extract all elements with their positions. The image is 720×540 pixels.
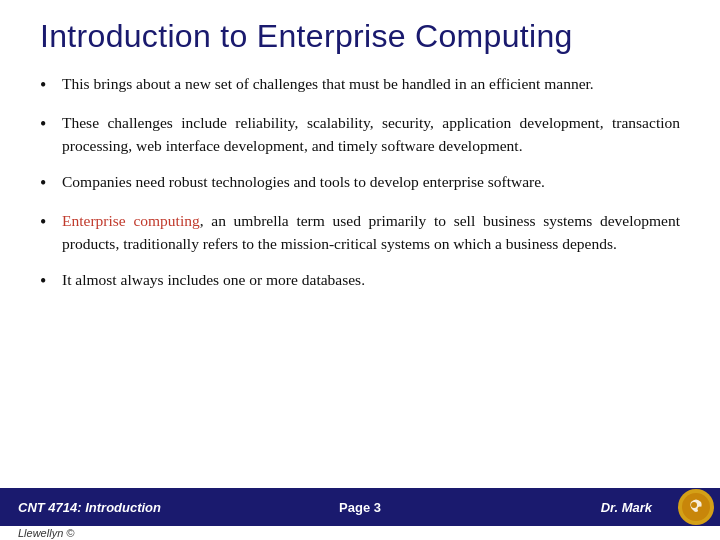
bullet-item-1: • This brings about a new set of challen…: [40, 73, 680, 98]
bullet-dot-1: •: [40, 72, 62, 98]
footer: CNT 4714: Introduction Page 3 Dr. Mark: [0, 488, 720, 526]
footer-center: Page 3: [339, 500, 381, 515]
bullet-list: • This brings about a new set of challen…: [40, 73, 680, 478]
bullet-text-4: Enterprise computing, an umbrella term u…: [62, 210, 680, 255]
svg-point-1: [691, 502, 697, 508]
bullet-item-4: • Enterprise computing, an umbrella term…: [40, 210, 680, 255]
slide: Introduction to Enterprise Computing • T…: [0, 0, 720, 540]
bullet-item-2: • These challenges include reliability, …: [40, 112, 680, 157]
slide-title: Introduction to Enterprise Computing: [40, 18, 680, 55]
footer-right: Dr. Mark: [601, 500, 652, 515]
bullet-dot-5: •: [40, 268, 62, 294]
footer-sub: Llewellyn ©: [0, 526, 720, 540]
bullet-dot-3: •: [40, 170, 62, 196]
bullet-dot-4: •: [40, 209, 62, 235]
bullet-dot-2: •: [40, 111, 62, 137]
footer-left: CNT 4714: Introduction: [18, 500, 601, 515]
svg-point-2: [698, 507, 703, 512]
bullet-text-5: It almost always includes one or more da…: [62, 269, 680, 291]
slide-content: Introduction to Enterprise Computing • T…: [0, 0, 720, 488]
logo-icon: [681, 492, 711, 522]
footer-sub-text: Llewellyn ©: [18, 527, 74, 539]
footer-logo: [678, 489, 714, 525]
bullet-item-3: • Companies need robust technologies and…: [40, 171, 680, 196]
bullet-item-5: • It almost always includes one or more …: [40, 269, 680, 294]
highlight-enterprise: Enterprise computing: [62, 212, 200, 229]
bullet-text-3: Companies need robust technologies and t…: [62, 171, 680, 193]
bullet-text-1: This brings about a new set of challenge…: [62, 73, 680, 95]
bullet-text-2: These challenges include reliability, sc…: [62, 112, 680, 157]
